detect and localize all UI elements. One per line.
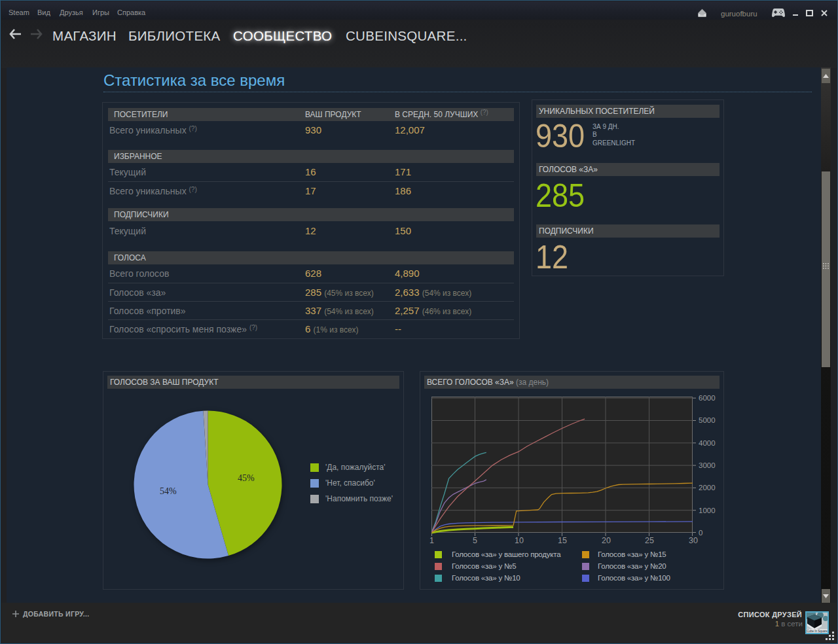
svg-text:Cube In Square: Cube In Square: [807, 630, 828, 633]
